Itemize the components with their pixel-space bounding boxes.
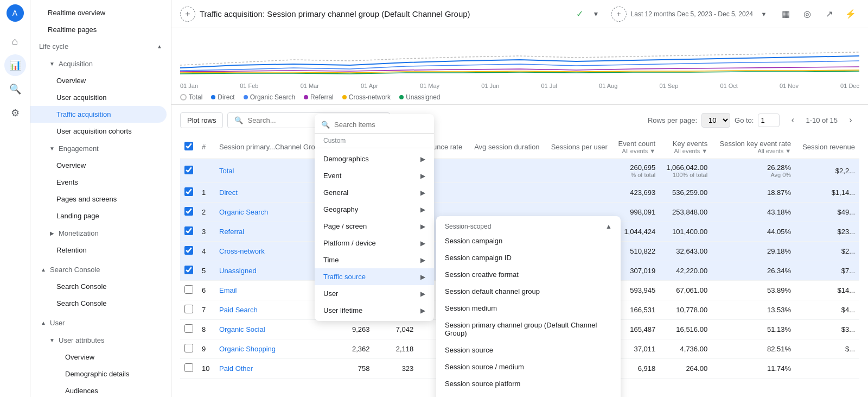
sidebar-item-traffic-acquisition[interactable]: Traffic acquisition <box>30 106 167 123</box>
plot-rows-button[interactable]: Plot rows <box>180 112 223 128</box>
dropdown-divider-1 <box>315 148 434 148</box>
user-attributes-section[interactable]: ▼ User attributes <box>30 331 171 349</box>
row-checkbox-9[interactable] <box>184 344 193 352</box>
sidebar-item-realtime-overview[interactable]: Realtime overview <box>30 4 167 21</box>
sub-item-session-default-channel-group[interactable]: Session default channel group <box>436 283 621 300</box>
row-name-8[interactable]: Organic Social <box>215 320 342 339</box>
acquisition-section[interactable]: ▼ Acquisition <box>30 55 171 72</box>
goto-input[interactable] <box>758 114 780 127</box>
legend-unassigned-icon <box>399 95 404 99</box>
view-mode-icon[interactable]: ▦ <box>777 5 794 23</box>
share-icon[interactable]: ↗ <box>820 5 838 23</box>
date-range-dropdown-icon[interactable]: ▼ <box>755 5 773 23</box>
row-key-events-8: 16,516.00 <box>660 320 712 339</box>
row-checkbox-0[interactable] <box>184 166 193 174</box>
row-name-10[interactable]: Paid Other <box>215 359 342 379</box>
general-arrow-icon: ▶ <box>420 189 425 197</box>
user-avatar[interactable]: A <box>7 4 24 22</box>
dropdown-item-traffic-source[interactable]: Traffic source ▶ <box>315 268 434 285</box>
row-checkbox-3[interactable] <box>184 226 193 235</box>
sub-item-session-campaign[interactable]: Session campaign <box>436 232 621 249</box>
compare-icon[interactable]: ◎ <box>799 5 816 23</box>
add-report-button[interactable]: + <box>180 7 195 22</box>
dropdown-search-input[interactable] <box>334 121 427 129</box>
sub-item-session-medium[interactable]: Session medium <box>436 300 621 317</box>
sub-item-session-source[interactable]: Session source <box>436 342 621 358</box>
dropdown-item-time[interactable]: Time ▶ <box>315 251 434 268</box>
row-checkbox-8[interactable] <box>184 324 193 333</box>
next-page-button[interactable]: › <box>842 111 859 129</box>
row-checkbox-1[interactable] <box>184 187 193 196</box>
sidebar-item-user-acquisition-cohorts[interactable]: User acquisition cohorts <box>30 123 167 140</box>
sub-item-session-primary-channel-group[interactable]: Session primary channel group (Default C… <box>436 317 621 342</box>
sidebar-item-pages-and-screens[interactable]: Pages and screens <box>30 191 167 207</box>
select-all-checkbox[interactable] <box>184 142 193 150</box>
analytics-icon[interactable]: 📊 <box>4 54 26 76</box>
rows-per-page-select[interactable]: 10 25 50 <box>701 113 730 128</box>
dropdown-search-icon: 🔍 <box>321 121 330 129</box>
sub-item-session-creative-format[interactable]: Session creative format <box>436 266 621 283</box>
sidebar-item-ua-overview[interactable]: Overview <box>30 349 167 366</box>
dropdown-item-event[interactable]: Event ▶ <box>315 167 434 184</box>
legend-referral-icon <box>304 95 308 99</box>
search-console-section[interactable]: ▲ Search Console <box>30 261 171 278</box>
insights-icon[interactable]: ⚡ <box>842 5 859 23</box>
sidebar-item-retention[interactable]: Retention <box>30 242 167 259</box>
row-checkbox-2[interactable] <box>184 207 193 216</box>
legend-referral: Referral <box>304 93 334 101</box>
sidebar-item-engagement-overview[interactable]: Overview <box>30 157 167 174</box>
row-revenue-5: $7... <box>795 261 859 281</box>
engagement-section[interactable]: ▼ Engagement <box>30 140 171 157</box>
sidebar-item-landing-page[interactable]: Landing page <box>30 207 167 224</box>
time-arrow-icon: ▶ <box>420 256 425 264</box>
sidebar-item-user-acquisition[interactable]: User acquisition <box>30 89 167 106</box>
monetization-section[interactable]: ▶ Monetization <box>30 224 171 242</box>
dropdown-item-page-screen[interactable]: Page / screen ▶ <box>315 218 434 235</box>
user-section[interactable]: ▲ User <box>30 314 171 331</box>
dropdown-item-geography[interactable]: Geography ▶ <box>315 201 434 218</box>
row-checkbox-5[interactable] <box>184 266 193 274</box>
col-header-key-event-rate: Session key event rate All events ▼ <box>712 135 795 159</box>
dropdown-item-platform-device[interactable]: Platform / device ▶ <box>315 235 434 251</box>
sidebar-item-realtime-pages[interactable]: Realtime pages <box>30 21 167 38</box>
dropdown-item-demographics[interactable]: Demographics ▶ <box>315 150 434 167</box>
settings-icon[interactable]: ⚙ <box>4 102 26 124</box>
home-icon[interactable]: ⌂ <box>4 30 26 52</box>
legend-organic-search-icon <box>244 95 248 99</box>
dropdown-item-user[interactable]: User ▶ <box>315 285 434 302</box>
row-revenue-9: $... <box>795 339 859 359</box>
row-checkbox-4[interactable] <box>184 246 193 255</box>
sub-item-session-source-medium[interactable]: Session source / medium <box>436 358 621 375</box>
col-header-num: # <box>197 135 215 159</box>
row-users-10: 758 <box>342 359 374 379</box>
row-key-events-4: 32,643.00 <box>660 242 712 261</box>
row-key-events-1: 536,259.00 <box>660 183 712 203</box>
page-header: + Traffic acquisition: Session primary c… <box>171 0 868 28</box>
dropdown-sub-menu: Session-scoped ▲ Session campaign Sessio… <box>436 216 621 397</box>
sub-item-session-source-platform[interactable]: Session source platform <box>436 375 621 392</box>
dropdown-arrow-icon[interactable]: ▼ <box>588 5 605 23</box>
dropdown-item-general[interactable]: General ▶ <box>315 184 434 201</box>
sub-menu-collapse-icon[interactable]: ▲ <box>605 223 612 230</box>
lifecycle-section[interactable]: Life cycle ▲ <box>30 38 171 55</box>
row-new-users-10: 323 <box>374 359 418 379</box>
sidebar-item-search-console-2[interactable]: Search Console <box>30 295 167 312</box>
sidebar-item-events[interactable]: Events <box>30 174 167 191</box>
row-key-event-rate-9: 82.51% <box>712 339 795 359</box>
row-checkbox-10[interactable] <box>184 363 193 372</box>
user-attributes-expand-icon: ▼ <box>48 336 56 344</box>
platform-device-arrow-icon: ▶ <box>420 240 425 247</box>
sidebar-item-demographic-details[interactable]: Demographic details <box>30 366 167 382</box>
prev-page-button[interactable]: ‹ <box>784 111 801 129</box>
sidebar-item-search-console-1[interactable]: Search Console <box>30 278 167 295</box>
sidebar-item-audiences[interactable]: Audiences <box>30 382 167 397</box>
row-name-9[interactable]: Organic Shopping <box>215 339 342 359</box>
row-checkbox-7[interactable] <box>184 305 193 313</box>
add-comparison-button[interactable]: + <box>611 7 627 22</box>
sub-item-session-campaign-id[interactable]: Session campaign ID <box>436 249 621 266</box>
sidebar-item-overview[interactable]: Overview <box>30 72 167 89</box>
row-checkbox-6[interactable] <box>184 285 193 294</box>
legend-cross-network-icon <box>342 95 347 99</box>
dropdown-item-user-lifetime[interactable]: User lifetime ▶ <box>315 302 434 319</box>
search-icon[interactable]: 🔍 <box>4 78 26 100</box>
